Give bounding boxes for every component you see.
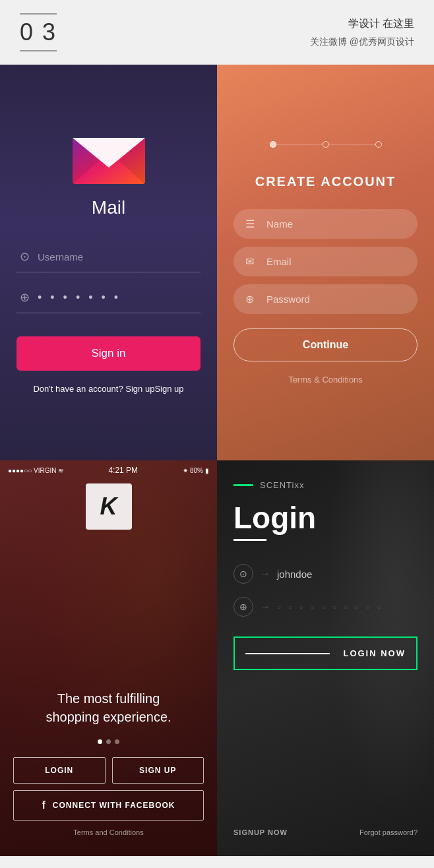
progress-line-1 xyxy=(276,144,323,144)
bluetooth-icon: ⁕ xyxy=(183,467,188,474)
scent-lock-icon: ⊕ xyxy=(233,597,253,617)
header-title: 学设计 在这里 xyxy=(310,15,414,34)
progress-dot-1 xyxy=(270,141,276,148)
mail-signup-link-text[interactable]: Sign up xyxy=(154,384,183,394)
facebook-connect-button[interactable]: f CONNECT WITH FACEBOOK xyxy=(13,790,204,821)
mail-footer: Don't have an account? Sign upSign up xyxy=(33,384,183,394)
user-icon: ⊙ xyxy=(20,249,30,264)
login-button[interactable]: LOGIN xyxy=(13,757,106,784)
scent-forgot-link[interactable]: Forgot password? xyxy=(359,828,418,836)
logo-box: K xyxy=(86,483,132,530)
shop-cell: ●●●●○○ VIRGIN ≋ 4:21 PM ⁕ 80% ▮ K The mo… xyxy=(0,460,217,856)
facebook-button-text: CONNECT WITH FACEBOOK xyxy=(53,801,175,810)
mail-username-field[interactable]: ⊙ Username xyxy=(16,241,201,272)
login-btn-text: LOGIN NOW xyxy=(343,648,406,658)
mail-footer-text: Don't have an account? xyxy=(33,384,123,394)
tagline-text: The most fulfillingshopping experience. xyxy=(46,691,171,724)
app-grid: Mail ⊙ Username ⊕ • • • • • • • Sign in … xyxy=(0,65,434,856)
scent-user-icon: ⊙ xyxy=(233,564,253,584)
name-field-wrap[interactable]: ☰ xyxy=(233,209,418,239)
facebook-icon: f xyxy=(42,799,46,811)
scent-login-button[interactable]: LOGIN NOW xyxy=(233,636,418,670)
signup-button[interactable]: SIGN UP xyxy=(112,757,204,784)
header: 0 3 学设计 在这里 关注微博 @优秀网页设计 xyxy=(0,0,434,65)
scent-arrow-2: → xyxy=(260,601,270,613)
carrier-text: ●●●●○○ VIRGIN xyxy=(8,467,56,474)
mail-signup-link[interactable]: Sign up xyxy=(125,384,154,394)
progress-dot-3 xyxy=(375,141,382,148)
mail-app-cell: Mail ⊙ Username ⊕ • • • • • • • Sign in … xyxy=(0,65,217,460)
wifi-icon: ≋ xyxy=(58,467,63,474)
scent-password-field[interactable]: ⊕ → ○ ○ ○ ○ ○ ○ ○ ○ ○ ○ xyxy=(233,597,418,617)
email-field-wrap[interactable]: ✉ xyxy=(233,247,418,276)
scent-username-field[interactable]: ⊙ → johndoe xyxy=(233,564,418,584)
lock-icon: ⊕ xyxy=(20,290,30,305)
header-info: 学设计 在这里 关注微博 @优秀网页设计 xyxy=(310,15,414,50)
brand-accent-line xyxy=(233,484,253,486)
scent-brand-bar: SCENTixx xyxy=(233,480,418,490)
password-input[interactable] xyxy=(233,284,418,314)
progress-line-2 xyxy=(329,144,375,144)
mail-icon xyxy=(73,131,145,184)
battery-text: 80% xyxy=(190,467,203,474)
scent-username-value: johndoe xyxy=(277,569,312,580)
shop-action-buttons: LOGIN SIGN UP xyxy=(13,757,204,784)
terms-text: Terms & Conditions xyxy=(288,375,363,385)
password-field-wrap[interactable]: ⊕ xyxy=(233,284,418,314)
scent-login-cell: SCENTixx Login ⊙ → johndoe ⊕ → ○ ○ ○ ○ ○… xyxy=(217,460,434,856)
create-account-title: CREATE ACCOUNT xyxy=(255,174,396,189)
email-input[interactable] xyxy=(233,247,418,276)
scent-brand-name: SCENTixx xyxy=(260,480,304,490)
status-carrier: ●●●●○○ VIRGIN ≋ xyxy=(8,467,63,474)
shop-pagination xyxy=(98,739,119,744)
name-input[interactable] xyxy=(233,209,418,239)
scent-title-underline xyxy=(233,539,266,541)
progress-dots xyxy=(233,141,418,148)
logo-letter: K xyxy=(100,493,117,520)
mail-username-label: Username xyxy=(38,251,83,263)
login-btn-line xyxy=(245,653,330,654)
shop-tagline: The most fulfillingshopping experience. xyxy=(46,689,171,726)
battery-icon: ▮ xyxy=(205,467,209,474)
create-account-cell: CREATE ACCOUNT ☰ ✉ ⊕ Continue Terms & Co… xyxy=(217,65,434,460)
header-number: 0 3 xyxy=(20,13,57,51)
shop-logo: K xyxy=(86,483,132,530)
mail-app-title: Mail xyxy=(92,197,125,218)
page-dot-1 xyxy=(98,739,102,744)
mail-signin-button[interactable]: Sign in xyxy=(16,336,201,371)
status-bar: ●●●●○○ VIRGIN ≋ 4:21 PM ⁕ 80% ▮ xyxy=(0,460,217,480)
email-icon: ✉ xyxy=(245,255,254,268)
header-subtitle: 关注微博 @优秀网页设计 xyxy=(310,34,414,50)
status-battery: ⁕ 80% ▮ xyxy=(183,467,209,474)
name-icon: ☰ xyxy=(245,218,255,230)
status-time: 4:21 PM xyxy=(108,466,138,475)
scent-password-dots: ○ ○ ○ ○ ○ ○ ○ ○ ○ ○ xyxy=(277,604,383,611)
mail-password-field[interactable]: ⊕ • • • • • • • xyxy=(16,282,201,313)
password-icon: ⊕ xyxy=(245,293,254,305)
progress-dot-2 xyxy=(323,141,329,148)
scent-arrow-1: → xyxy=(260,568,270,580)
page-dot-2 xyxy=(106,739,111,744)
page-dot-3 xyxy=(115,739,119,744)
continue-button[interactable]: Continue xyxy=(233,328,418,361)
scent-login-title: Login xyxy=(233,500,418,536)
mail-password-dots: • • • • • • • xyxy=(38,291,121,305)
scent-bottom-links: SIGNUP NOW Forgot password? xyxy=(233,828,418,836)
shop-terms: Terms and Conditions xyxy=(73,828,143,836)
scent-signup-link[interactable]: SIGNUP NOW xyxy=(233,828,288,836)
